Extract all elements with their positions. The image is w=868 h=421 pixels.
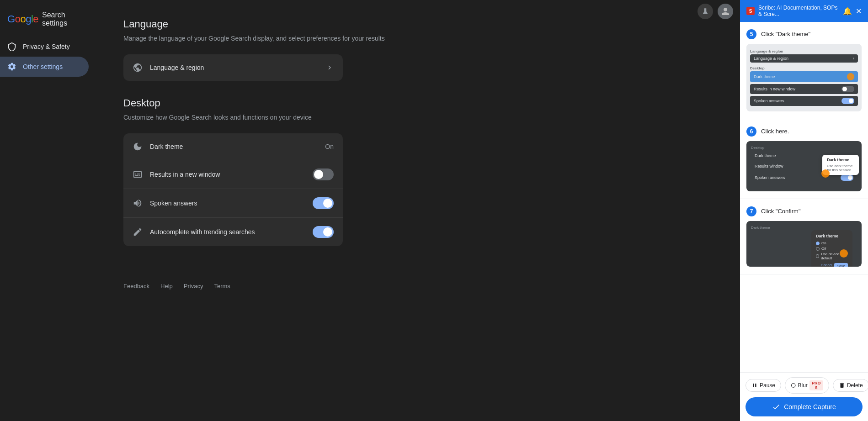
volume-icon	[133, 198, 143, 208]
sidebar-item-other[interactable]: Other settings	[0, 57, 89, 77]
step-6-block: 6 Click here. Desktop Dark theme Results…	[740, 119, 868, 199]
step-6-text: Click here.	[761, 126, 789, 136]
sidebar: Google Search settings Privacy & Safety …	[0, 0, 96, 421]
results-window-toggle[interactable]	[313, 168, 334, 180]
step6-tog2	[841, 174, 853, 181]
page-title: Search settings	[42, 11, 89, 27]
footer-terms[interactable]: Terms	[214, 283, 230, 289]
footer-feedback[interactable]: Feedback	[123, 283, 149, 289]
spoken-answers-knob	[323, 199, 332, 208]
results-window-row[interactable]: Results in a new window	[123, 160, 343, 189]
spoken-answers-row[interactable]: Spoken answers	[123, 189, 343, 218]
step7-orange-dot	[840, 249, 848, 258]
language-region-label: Language & region	[150, 64, 204, 71]
step5-orange-dot	[847, 73, 854, 80]
window-icon	[133, 169, 143, 179]
checkmark-icon	[772, 403, 780, 411]
step-6-number: 6	[746, 126, 756, 137]
blur-label: Blur	[798, 382, 807, 389]
footer: Feedback Help Privacy Terms	[123, 274, 713, 299]
step-7-image: Dark theme Dark theme On Off	[746, 221, 862, 267]
language-region-left: Language & region	[133, 63, 204, 73]
spoken-answers-left: Spoken answers	[133, 198, 197, 208]
steps-list: 5 Click "Dark theme" Language & region L…	[740, 22, 868, 372]
dark-theme-left: Dark theme	[133, 142, 183, 152]
complete-capture-button[interactable]: Complete Capture	[746, 397, 863, 416]
footer-privacy[interactable]: Privacy	[184, 283, 203, 289]
step-6-header: 6 Click here.	[746, 126, 862, 137]
step5-dark-theme-row: Dark theme	[750, 71, 858, 82]
step6-bg-text: Desktop	[749, 144, 859, 152]
trash-icon	[839, 382, 845, 389]
shield-icon	[7, 42, 16, 51]
step5-spoken-row: Spoken answers	[750, 96, 858, 106]
step-5-image: Language & region Language & region › De…	[746, 44, 862, 111]
option-on-label: On	[821, 241, 826, 245]
desktop-desc: Customize how Google Search looks and fu…	[123, 113, 713, 122]
close-icon[interactable]: ✕	[856, 7, 862, 16]
pause-button[interactable]: Pause	[746, 379, 781, 392]
footer-help[interactable]: Help	[160, 283, 173, 289]
sidebar-item-privacy-label: Privacy & Safety	[23, 43, 70, 50]
dark-theme-row[interactable]: Dark theme On	[123, 133, 343, 160]
step5-desktop-label: Desktop	[750, 64, 858, 71]
cancel-link[interactable]: Cancel	[821, 263, 832, 267]
spoken-answers-toggle[interactable]	[313, 197, 334, 209]
popup-body: Use dark theme for this session	[827, 164, 854, 172]
radio-system	[816, 254, 819, 258]
dark-theme-label: Dark theme	[150, 143, 183, 150]
main-content: Language Manage the language of your Goo…	[96, 0, 740, 421]
bottom-actions-row: Pause Blur PRO $ Delete	[746, 377, 863, 394]
delete-label: Delete	[847, 382, 863, 389]
sidebar-item-other-label: Other settings	[23, 63, 63, 70]
language-section: Language Manage the language of your Goo…	[123, 18, 713, 81]
language-region-row[interactable]: Language & region	[123, 54, 343, 81]
pro-badge: PRO $	[809, 380, 823, 390]
bell-icon[interactable]: 🔔	[843, 7, 852, 16]
step-7-header: 7 Click "Confirm"	[746, 206, 862, 216]
confirm-popup: Dark theme On Off Use device default	[811, 230, 852, 267]
dark-theme-value: On	[325, 143, 334, 150]
panel-bottom-bar: Pause Blur PRO $ Delete Complete Capture	[740, 372, 868, 421]
step-7-block: 7 Click "Confirm" Dark theme Dark theme …	[740, 199, 868, 274]
google-logo: Google	[7, 13, 38, 25]
autocomplete-row[interactable]: Autocomplete with trending searches	[123, 218, 343, 246]
flask-icon	[701, 7, 709, 16]
desktop-card: Dark theme On Results in a new window	[123, 133, 343, 246]
confirm-popup-header: Dark theme	[816, 234, 848, 238]
option-off-label: Off	[821, 247, 826, 251]
panel-header-icons: 🔔 ✕	[843, 7, 862, 16]
desktop-section: Desktop Customize how Google Search look…	[123, 97, 713, 246]
flask-icon-button[interactable]	[698, 4, 713, 19]
sidebar-item-privacy[interactable]: Privacy & Safety	[0, 37, 89, 57]
language-title: Language	[123, 18, 713, 30]
step-7-number: 7	[746, 206, 756, 216]
step5-results-row: Results in new window	[750, 84, 858, 94]
right-panel: S Scribe: AI Documentation, SOPs & Scre.…	[740, 0, 868, 421]
scribe-title: Scribe: AI Documentation, SOPs & Scre...	[758, 5, 839, 17]
results-window-left: Results in a new window	[133, 169, 220, 179]
autocomplete-left: Autocomplete with trending searches	[133, 227, 255, 237]
step-6-image: Desktop Dark theme Results window Sp	[746, 141, 862, 191]
step6-orange-dot	[821, 169, 830, 178]
settings-icon	[7, 62, 16, 71]
avatar-button[interactable]	[718, 4, 733, 19]
delete-button[interactable]: Delete	[833, 379, 868, 392]
autocomplete-toggle[interactable]	[313, 226, 334, 238]
step-7-screenshot: Dark theme Dark theme On Off	[746, 221, 862, 267]
confirm-button[interactable]: Save	[834, 263, 848, 267]
pencil-icon	[133, 227, 143, 237]
results-window-knob	[314, 170, 323, 179]
blur-button[interactable]: Blur PRO $	[785, 377, 829, 394]
panel-header: S Scribe: AI Documentation, SOPs & Scre.…	[740, 0, 868, 22]
step5-toggle2	[841, 98, 854, 104]
step-5-header: 5 Click "Dark theme"	[746, 29, 862, 39]
scribe-logo: S	[746, 7, 755, 15]
step-5-text: Click "Dark theme"	[761, 29, 810, 38]
language-card: Language & region	[123, 54, 343, 81]
step5-lang-label: Language & region	[750, 47, 858, 54]
step-5-block: 5 Click "Dark theme" Language & region L…	[740, 22, 868, 119]
chevron-right-icon	[325, 63, 334, 72]
top-bar-icons	[698, 4, 733, 19]
step5-toggle1	[841, 86, 854, 92]
